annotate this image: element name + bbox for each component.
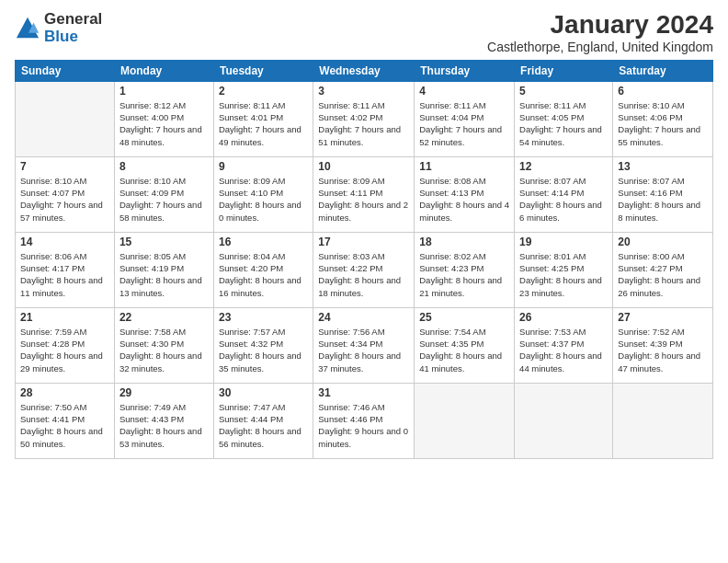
day-detail: Sunrise: 7:54 AM Sunset: 4:35 PM Dayligh…	[419, 326, 509, 374]
day-number: 7	[20, 160, 109, 173]
day-header-friday: Friday	[515, 60, 613, 81]
logo: General Blue	[15, 11, 102, 45]
calendar-day-cell: 17Sunrise: 8:03 AM Sunset: 4:22 PM Dayli…	[313, 232, 415, 307]
day-detail: Sunrise: 8:09 AM Sunset: 4:10 PM Dayligh…	[219, 175, 308, 224]
day-number: 9	[219, 160, 308, 173]
day-detail: Sunrise: 7:59 AM Sunset: 4:28 PM Dayligh…	[20, 326, 109, 374]
calendar-day-cell: 12Sunrise: 8:07 AM Sunset: 4:14 PM Dayli…	[515, 156, 613, 232]
day-detail: Sunrise: 8:11 AM Sunset: 4:02 PM Dayligh…	[318, 99, 409, 148]
calendar-day-cell: 15Sunrise: 8:05 AM Sunset: 4:19 PM Dayli…	[114, 232, 213, 307]
calendar-day-cell	[415, 383, 515, 458]
calendar-day-cell	[16, 81, 115, 156]
day-number: 13	[618, 160, 708, 173]
calendar-day-cell: 13Sunrise: 8:07 AM Sunset: 4:16 PM Dayli…	[613, 156, 713, 232]
day-number: 6	[618, 85, 708, 98]
day-detail: Sunrise: 8:11 AM Sunset: 4:05 PM Dayligh…	[519, 99, 608, 148]
calendar-day-cell: 4Sunrise: 8:11 AM Sunset: 4:04 PM Daylig…	[415, 81, 515, 156]
day-number: 14	[20, 236, 109, 248]
day-number: 21	[20, 311, 109, 324]
calendar-week-row: 7Sunrise: 8:10 AM Sunset: 4:07 PM Daylig…	[16, 156, 713, 232]
calendar-week-row: 21Sunrise: 7:59 AM Sunset: 4:28 PM Dayli…	[16, 307, 713, 383]
day-detail: Sunrise: 7:46 AM Sunset: 4:46 PM Dayligh…	[318, 401, 409, 450]
calendar-day-cell: 10Sunrise: 8:09 AM Sunset: 4:11 PM Dayli…	[313, 156, 415, 232]
calendar-day-cell: 1Sunrise: 8:12 AM Sunset: 4:00 PM Daylig…	[114, 81, 213, 156]
calendar-header-row: SundayMondayTuesdayWednesdayThursdayFrid…	[16, 60, 713, 81]
day-header-tuesday: Tuesday	[213, 60, 313, 81]
day-number: 29	[119, 386, 209, 399]
day-number: 31	[318, 386, 409, 399]
calendar-day-cell: 30Sunrise: 7:47 AM Sunset: 4:44 PM Dayli…	[213, 383, 313, 458]
calendar-day-cell: 25Sunrise: 7:54 AM Sunset: 4:35 PM Dayli…	[415, 307, 515, 383]
month-title: January 2024	[487, 11, 713, 40]
day-detail: Sunrise: 8:01 AM Sunset: 4:25 PM Dayligh…	[519, 250, 608, 299]
day-detail: Sunrise: 8:10 AM Sunset: 4:07 PM Dayligh…	[20, 175, 109, 224]
day-detail: Sunrise: 8:10 AM Sunset: 4:06 PM Dayligh…	[618, 99, 708, 148]
day-detail: Sunrise: 7:56 AM Sunset: 4:34 PM Dayligh…	[318, 326, 409, 374]
title-block: January 2024 Castlethorpe, England, Unit…	[487, 11, 713, 54]
calendar-day-cell: 6Sunrise: 8:10 AM Sunset: 4:06 PM Daylig…	[613, 81, 713, 156]
day-number: 26	[519, 311, 608, 324]
day-detail: Sunrise: 7:52 AM Sunset: 4:39 PM Dayligh…	[618, 326, 708, 374]
day-detail: Sunrise: 8:09 AM Sunset: 4:11 PM Dayligh…	[318, 175, 409, 224]
calendar-day-cell	[613, 383, 713, 458]
calendar-day-cell: 7Sunrise: 8:10 AM Sunset: 4:07 PM Daylig…	[16, 156, 115, 232]
day-detail: Sunrise: 7:57 AM Sunset: 4:32 PM Dayligh…	[219, 326, 308, 374]
day-number: 20	[618, 236, 708, 248]
day-detail: Sunrise: 7:58 AM Sunset: 4:30 PM Dayligh…	[119, 326, 209, 374]
day-number: 17	[318, 236, 409, 248]
logo-icon	[15, 16, 40, 41]
calendar-day-cell: 21Sunrise: 7:59 AM Sunset: 4:28 PM Dayli…	[16, 307, 115, 383]
day-number: 28	[20, 386, 109, 399]
calendar-day-cell: 28Sunrise: 7:50 AM Sunset: 4:41 PM Dayli…	[16, 383, 115, 458]
day-detail: Sunrise: 8:04 AM Sunset: 4:20 PM Dayligh…	[219, 250, 308, 299]
day-detail: Sunrise: 8:00 AM Sunset: 4:27 PM Dayligh…	[618, 250, 708, 299]
calendar-week-row: 28Sunrise: 7:50 AM Sunset: 4:41 PM Dayli…	[16, 383, 713, 458]
calendar-day-cell	[515, 383, 613, 458]
day-detail: Sunrise: 8:10 AM Sunset: 4:09 PM Dayligh…	[119, 175, 209, 224]
location: Castlethorpe, England, United Kingdom	[487, 40, 713, 54]
day-header-saturday: Saturday	[613, 60, 713, 81]
day-detail: Sunrise: 8:03 AM Sunset: 4:22 PM Dayligh…	[318, 250, 409, 299]
day-number: 30	[219, 386, 308, 399]
day-number: 8	[119, 160, 209, 173]
day-header-sunday: Sunday	[16, 60, 115, 81]
day-number: 27	[618, 311, 708, 324]
day-detail: Sunrise: 8:11 AM Sunset: 4:01 PM Dayligh…	[219, 99, 308, 148]
calendar-day-cell: 24Sunrise: 7:56 AM Sunset: 4:34 PM Dayli…	[313, 307, 415, 383]
day-number: 23	[219, 311, 308, 324]
day-detail: Sunrise: 8:07 AM Sunset: 4:16 PM Dayligh…	[618, 175, 708, 224]
day-detail: Sunrise: 8:08 AM Sunset: 4:13 PM Dayligh…	[419, 175, 509, 224]
day-number: 19	[519, 236, 608, 248]
page-header: General Blue January 2024 Castlethorpe, …	[15, 11, 713, 54]
day-number: 4	[419, 85, 509, 98]
day-number: 1	[119, 85, 209, 98]
day-number: 5	[519, 85, 608, 98]
calendar-week-row: 1Sunrise: 8:12 AM Sunset: 4:00 PM Daylig…	[16, 81, 713, 156]
day-number: 2	[219, 85, 308, 98]
calendar-day-cell: 9Sunrise: 8:09 AM Sunset: 4:10 PM Daylig…	[213, 156, 313, 232]
day-number: 11	[419, 160, 509, 173]
logo-text: General Blue	[44, 11, 102, 45]
calendar-day-cell: 31Sunrise: 7:46 AM Sunset: 4:46 PM Dayli…	[313, 383, 415, 458]
day-number: 10	[318, 160, 409, 173]
day-header-thursday: Thursday	[415, 60, 515, 81]
day-detail: Sunrise: 8:06 AM Sunset: 4:17 PM Dayligh…	[20, 250, 109, 299]
calendar-day-cell: 8Sunrise: 8:10 AM Sunset: 4:09 PM Daylig…	[114, 156, 213, 232]
day-detail: Sunrise: 8:12 AM Sunset: 4:00 PM Dayligh…	[119, 99, 209, 148]
calendar-day-cell: 2Sunrise: 8:11 AM Sunset: 4:01 PM Daylig…	[213, 81, 313, 156]
day-number: 16	[219, 236, 308, 248]
day-detail: Sunrise: 8:07 AM Sunset: 4:14 PM Dayligh…	[519, 175, 608, 224]
day-detail: Sunrise: 7:50 AM Sunset: 4:41 PM Dayligh…	[20, 401, 109, 450]
day-number: 25	[419, 311, 509, 324]
calendar-day-cell: 11Sunrise: 8:08 AM Sunset: 4:13 PM Dayli…	[415, 156, 515, 232]
day-detail: Sunrise: 8:05 AM Sunset: 4:19 PM Dayligh…	[119, 250, 209, 299]
day-number: 18	[419, 236, 509, 248]
calendar-day-cell: 22Sunrise: 7:58 AM Sunset: 4:30 PM Dayli…	[114, 307, 213, 383]
day-detail: Sunrise: 7:53 AM Sunset: 4:37 PM Dayligh…	[519, 326, 608, 374]
day-number: 22	[119, 311, 209, 324]
calendar-day-cell: 23Sunrise: 7:57 AM Sunset: 4:32 PM Dayli…	[213, 307, 313, 383]
calendar-week-row: 14Sunrise: 8:06 AM Sunset: 4:17 PM Dayli…	[16, 232, 713, 307]
calendar: SundayMondayTuesdayWednesdayThursdayFrid…	[15, 60, 713, 459]
day-number: 15	[119, 236, 209, 248]
day-number: 12	[519, 160, 608, 173]
